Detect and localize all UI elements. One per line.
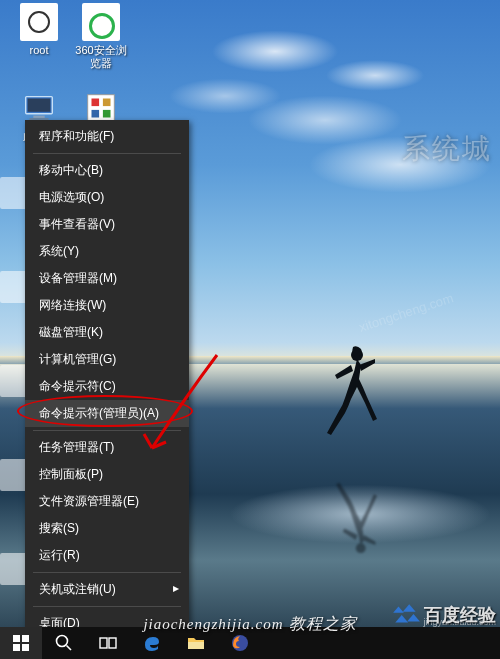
svg-rect-10 xyxy=(103,110,111,118)
winx-context-menu: 程序和功能(F) 移动中心(B) 电源选项(O) 事件查看器(V) 系统(Y) … xyxy=(25,120,189,640)
menu-separator xyxy=(33,572,181,573)
menu-item-command-prompt[interactable]: 命令提示符(C) xyxy=(25,373,189,400)
svg-rect-17 xyxy=(100,638,107,648)
menu-item-disk-management[interactable]: 磁盘管理(K) xyxy=(25,319,189,346)
svg-point-15 xyxy=(57,636,68,647)
taskbar xyxy=(0,627,500,659)
menu-item-task-manager[interactable]: 任务管理器(T) xyxy=(25,434,189,461)
edge-button[interactable] xyxy=(130,627,174,659)
menu-item-label: 关机或注销(U) xyxy=(39,582,116,596)
svg-rect-18 xyxy=(109,638,116,648)
menu-item-power-options[interactable]: 电源选项(O) xyxy=(25,184,189,211)
menu-item-device-manager[interactable]: 设备管理器(M) xyxy=(25,265,189,292)
menu-item-control-panel[interactable]: 控制面板(P) xyxy=(25,461,189,488)
svg-rect-9 xyxy=(92,110,100,118)
menu-item-network-connections[interactable]: 网络连接(W) xyxy=(25,292,189,319)
desktop-icon-label: 360安全浏览器 xyxy=(72,44,130,69)
screen: root 360安全浏览器 此电脑 Game 程序和功能(F) xyxy=(0,0,500,659)
menu-item-programs-features[interactable]: 程序和功能(F) xyxy=(25,123,189,150)
menu-item-label: 命令提示符(管理员)(A) xyxy=(39,406,159,420)
menu-item-event-viewer[interactable]: 事件查看器(V) xyxy=(25,211,189,238)
wallpaper-runner xyxy=(315,343,385,453)
menu-item-shutdown-signout[interactable]: 关机或注销(U) ▸ xyxy=(25,576,189,603)
menu-item-file-explorer[interactable]: 文件资源管理器(E) xyxy=(25,488,189,515)
firefox-button[interactable] xyxy=(218,627,262,659)
svg-rect-13 xyxy=(13,644,20,651)
menu-item-command-prompt-admin[interactable]: 命令提示符(管理员)(A) xyxy=(25,400,189,427)
menu-separator xyxy=(33,430,181,431)
chevron-right-icon: ▸ xyxy=(173,581,179,595)
start-button[interactable] xyxy=(0,627,42,659)
browser-360-icon xyxy=(82,3,120,41)
menu-separator xyxy=(33,606,181,607)
menu-separator xyxy=(33,153,181,154)
desktop-icon-root[interactable]: root xyxy=(8,1,70,87)
menu-item-search[interactable]: 搜索(S) xyxy=(25,515,189,542)
svg-rect-14 xyxy=(22,644,29,651)
wallpaper-runner-reflection xyxy=(325,468,385,558)
svg-rect-8 xyxy=(103,99,111,107)
menu-item-mobility-center[interactable]: 移动中心(B) xyxy=(25,157,189,184)
folder-icon xyxy=(20,3,58,41)
menu-item-computer-management[interactable]: 计算机管理(G) xyxy=(25,346,189,373)
svg-rect-3 xyxy=(28,99,51,112)
svg-line-16 xyxy=(67,646,72,651)
desktop-icon-360browser[interactable]: 360安全浏览器 xyxy=(70,1,132,87)
search-button[interactable] xyxy=(42,627,86,659)
file-explorer-button[interactable] xyxy=(174,627,218,659)
menu-item-run[interactable]: 运行(R) xyxy=(25,542,189,569)
svg-rect-12 xyxy=(22,635,29,642)
desktop-icon-label: root xyxy=(30,44,49,57)
menu-item-system[interactable]: 系统(Y) xyxy=(25,238,189,265)
task-view-button[interactable] xyxy=(86,627,130,659)
svg-rect-11 xyxy=(13,635,20,642)
svg-rect-19 xyxy=(188,642,204,649)
svg-rect-7 xyxy=(92,99,100,107)
svg-rect-4 xyxy=(33,116,44,118)
